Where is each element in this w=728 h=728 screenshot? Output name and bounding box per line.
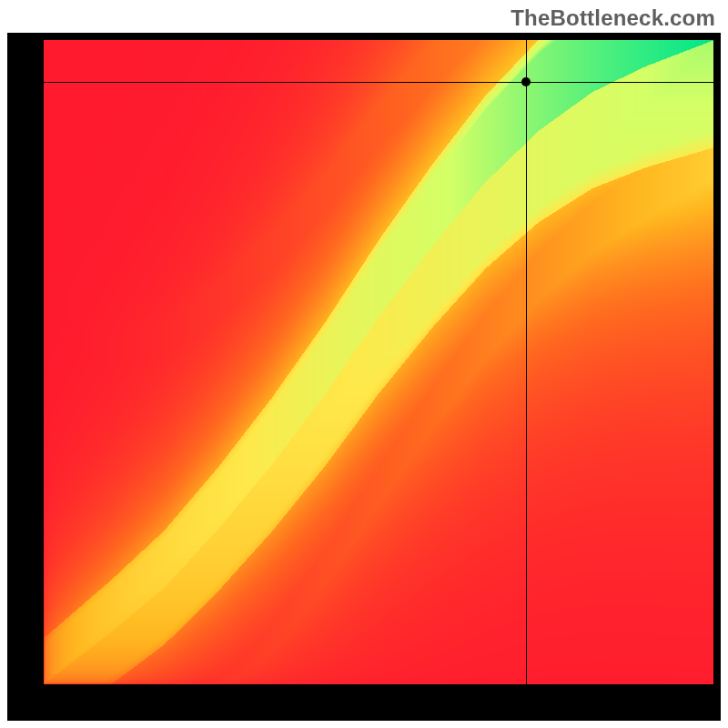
crosshair-vertical bbox=[526, 40, 527, 684]
heatmap-canvas bbox=[44, 40, 713, 684]
chart-frame bbox=[7, 33, 721, 721]
attribution-text: TheBottleneck.com bbox=[511, 0, 728, 33]
plot-area bbox=[44, 40, 713, 684]
marker-dot bbox=[521, 77, 531, 86]
crosshair-horizontal bbox=[44, 82, 713, 83]
